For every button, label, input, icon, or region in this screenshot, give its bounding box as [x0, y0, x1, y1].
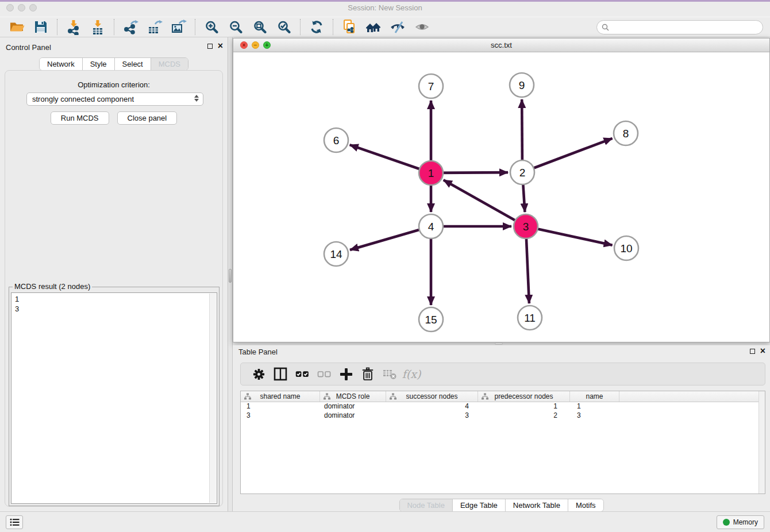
node-label-14: 14 [330, 248, 342, 260]
app-title: Session: New Session [0, 3, 770, 12]
node-label-9: 9 [519, 79, 525, 91]
tab-edge-table[interactable]: Edge Table [453, 499, 506, 511]
node-label-4: 4 [428, 221, 434, 233]
network-window-titlebar[interactable]: × − + scc.txt [233, 38, 769, 52]
node-label-8: 8 [623, 128, 629, 140]
table-cell: 1 [241, 402, 320, 411]
control-panel-title: Control Panel [6, 43, 51, 52]
import-table-icon[interactable] [89, 18, 106, 36]
node-label-11: 11 [524, 312, 536, 324]
network-window: × − + scc.txt 7968124314101511 [233, 38, 770, 342]
refresh-icon[interactable] [308, 18, 325, 36]
optimization-criterion-label: Optimization criterion: [5, 80, 222, 89]
control-panel: Control Panel × NetworkStyleSelectMCDS O… [0, 37, 228, 511]
mcds-result-box: MCDS result (2 nodes) 13 [9, 287, 220, 506]
app-titlebar: Session: New Session [0, 2, 770, 15]
zoom-in-icon[interactable] [203, 18, 220, 36]
task-history-button[interactable] [6, 515, 23, 529]
save-session-icon[interactable] [32, 18, 49, 36]
column-header-predecessor-nodes[interactable]: predecessor nodes [478, 391, 570, 402]
edge-3-10[interactable] [526, 226, 613, 245]
result-scrollbar[interactable] [209, 294, 216, 503]
delete-columns-icon[interactable] [359, 365, 376, 383]
vertical-splitter[interactable] [228, 37, 233, 511]
export-table-icon[interactable] [146, 18, 163, 36]
home-networks-icon[interactable] [365, 18, 382, 36]
control-panel-tabs: NetworkStyleSelectMCDS [39, 57, 188, 71]
splitter-grip[interactable] [229, 269, 232, 283]
toolbar-separator [57, 19, 57, 35]
table-cell: 2 [478, 411, 570, 421]
close-panel-button[interactable]: Close panel [117, 111, 178, 125]
table-row[interactable]: 3dominator323 [241, 411, 765, 421]
float-table-panel-icon[interactable] [750, 349, 755, 354]
function-builder-icon: f(x) [403, 365, 420, 383]
column-header-name[interactable]: name [570, 391, 619, 402]
tab-mcds[interactable]: MCDS [151, 58, 188, 70]
close-table-panel-icon[interactable]: × [760, 347, 765, 355]
table-cell: 1 [570, 402, 619, 411]
table-scrollbar[interactable] [759, 391, 765, 494]
search-field[interactable] [596, 20, 763, 34]
network-canvas[interactable]: 7968124314101511 [233, 53, 769, 342]
create-column-icon[interactable] [337, 365, 355, 383]
table-header-row: shared nameMCDS rolesuccessor nodesprede… [241, 391, 765, 402]
edge-1-6[interactable] [350, 145, 431, 173]
tab-motifs[interactable]: Motifs [568, 499, 603, 511]
float-panel-icon[interactable] [207, 44, 213, 49]
unselect-all-columns-icon[interactable] [315, 365, 333, 383]
select-all-columns-icon[interactable] [294, 365, 311, 383]
mcds-result-text[interactable]: 13 [11, 292, 217, 504]
memory-label: Memory [733, 518, 758, 526]
edge-3-1[interactable] [444, 180, 526, 226]
column-header-successor-nodes[interactable]: successor nodes [386, 391, 478, 402]
run-mcds-button[interactable]: Run MCDS [51, 111, 109, 125]
toolbar-separator [195, 19, 195, 35]
table-cell: 3 [386, 411, 478, 421]
main-toolbar [0, 17, 770, 37]
clone-network-icon[interactable] [341, 18, 358, 36]
tab-network[interactable]: Network [40, 58, 83, 70]
table-cell: 1 [478, 402, 570, 411]
result-line: 3 [11, 304, 217, 314]
export-network-icon[interactable] [122, 18, 139, 36]
tab-style[interactable]: Style [83, 58, 115, 70]
table-cell: 3 [241, 411, 320, 421]
tab-network-table[interactable]: Network Table [506, 499, 568, 511]
zoom-selected-icon[interactable] [275, 18, 292, 36]
mcds-result-title: MCDS result (2 nodes) [13, 282, 92, 291]
table-panel-title: Table Panel [238, 348, 278, 356]
hide-graphics-details-icon[interactable] [389, 18, 406, 36]
table-mode-gear-icon[interactable] [250, 365, 267, 383]
table-cell: dominator [320, 402, 386, 411]
node-table[interactable]: shared nameMCDS rolesuccessor nodesprede… [240, 391, 765, 494]
optimization-criterion-select[interactable]: strongly connected component [26, 92, 203, 106]
node-label-3: 3 [523, 221, 529, 233]
search-input[interactable] [612, 22, 758, 32]
delete-table-icon [381, 365, 398, 383]
table-row[interactable]: 1dominator411 [241, 402, 765, 411]
open-file-icon[interactable] [8, 18, 25, 36]
import-network-icon[interactable] [65, 18, 82, 36]
splitter-grip[interactable] [495, 342, 503, 345]
edge-2-8[interactable] [522, 138, 613, 172]
export-image-icon[interactable] [170, 18, 187, 36]
mcds-panel: Optimization criterion: strongly connect… [5, 70, 223, 507]
memory-status-icon [723, 519, 730, 526]
table-rows: 1dominator4113dominator323 [241, 402, 765, 421]
column-header-mcds-role[interactable]: MCDS role [320, 391, 386, 402]
column-header-shared-name[interactable]: shared name [241, 391, 320, 402]
memory-button[interactable]: Memory [717, 515, 764, 529]
node-label-15: 15 [425, 314, 437, 326]
show-graphics-details-icon[interactable] [413, 18, 430, 36]
tab-node-table[interactable]: Node Table [399, 499, 453, 511]
node-label-1: 1 [428, 167, 434, 179]
search-icon [602, 24, 609, 31]
tab-select[interactable]: Select [115, 58, 151, 70]
zoom-fit-icon[interactable] [251, 18, 268, 36]
table-tabs: Node TableEdge TableNetwork TableMotifs [399, 499, 603, 512]
show-column-icon[interactable] [272, 365, 289, 383]
zoom-out-icon[interactable] [227, 18, 244, 36]
close-panel-icon[interactable]: × [218, 42, 223, 50]
network-graph[interactable]: 7968124314101511 [233, 53, 769, 342]
